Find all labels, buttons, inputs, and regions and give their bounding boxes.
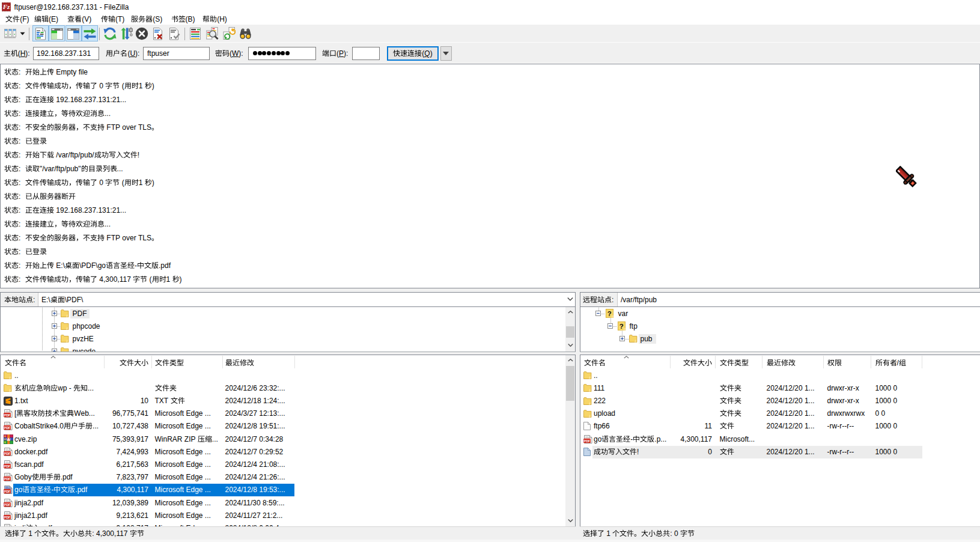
svg-text:PDF: PDF (4, 515, 10, 519)
svg-text:Fz: Fz (2, 3, 10, 10)
svg-text:PDF: PDF (4, 451, 10, 455)
svg-text:?: ? (607, 310, 612, 317)
svg-text:PDF: PDF (4, 477, 10, 481)
svg-text:PDF: PDF (4, 464, 10, 468)
svg-text:?: ? (619, 323, 624, 330)
svg-text:PDF: PDF (4, 426, 10, 430)
svg-text:PDF: PDF (4, 502, 10, 506)
svg-text:PDF: PDF (4, 413, 10, 417)
svg-text:PDF: PDF (584, 439, 591, 442)
svg-text:PDF: PDF (4, 490, 10, 493)
